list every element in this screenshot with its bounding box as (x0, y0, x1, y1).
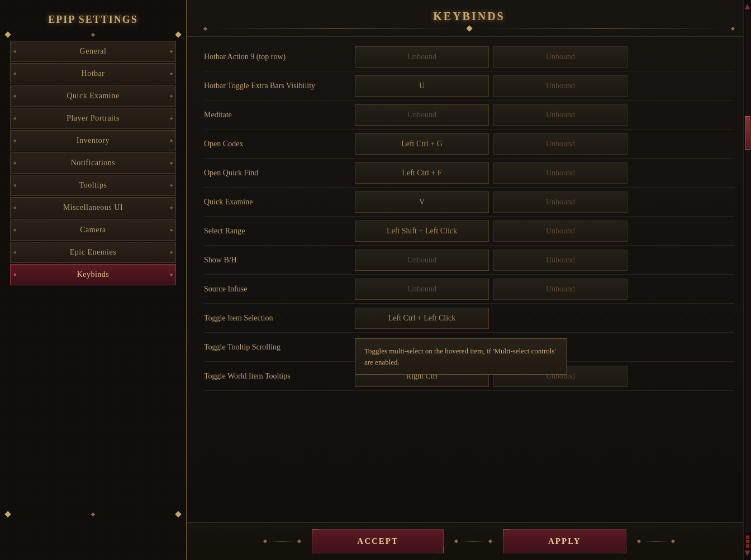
diamond-left (4, 31, 11, 37)
keybind-primary-11[interactable]: Right Ctrl (355, 366, 489, 387)
sidebar-item-inventory[interactable]: Inventory (10, 130, 176, 151)
footer-diamond-r2 (671, 539, 675, 543)
diamond-bc (91, 512, 95, 516)
version-info: Epip v1069 @ 28/1/2024 12:39 UTC+1 (47, 518, 139, 554)
keybind-label-10: Toggle Tooltip Scrolling (204, 343, 355, 352)
keybinds-content: Hotbar Action 9 (top row)UnboundUnboundH… (187, 37, 751, 522)
sidebar-item-general[interactable]: General (10, 41, 176, 62)
keybind-label-7: Show B/H (204, 256, 355, 265)
keybind-row-2: MeditateUnboundUnbound (204, 100, 734, 130)
sidebar-item-keybinds[interactable]: Keybinds (10, 264, 176, 285)
keybind-primary-0[interactable]: Unbound (355, 46, 489, 68)
keybind-primary-1[interactable]: U (355, 75, 489, 97)
sidebar-nav: GeneralHotbarQuick ExaminePlayer Portrai… (0, 38, 186, 511)
sidebar-item-player-portraits[interactable]: Player Portraits (10, 108, 176, 129)
keybind-row-4: Open Quick FindLeft Ctrl + FUnbound (204, 159, 734, 188)
keybind-primary-7[interactable]: Unbound (355, 250, 489, 271)
keybind-row-9: Toggle Item SelectionLeft Ctrl + Left Cl… (204, 304, 734, 333)
scroll-up-arrow[interactable] (745, 4, 750, 9)
scroll-track[interactable] (745, 12, 750, 532)
footer-line-l (271, 541, 293, 542)
keybind-secondary-5[interactable]: Unbound (493, 192, 628, 213)
keybind-row-5: Quick ExamineVUnbound (204, 188, 734, 217)
keybind-label-0: Hotbar Action 9 (top row) (204, 52, 355, 61)
scroll-down-arrow[interactable] (745, 551, 750, 556)
h-line-left (211, 28, 463, 29)
keybind-secondary-11[interactable]: Unbound (493, 366, 628, 387)
header-ornament (204, 26, 734, 31)
keybind-label-8: Source Infuse (204, 285, 355, 294)
panel-header: KEYBINDS (187, 0, 751, 37)
keybind-row-8: Source InfuseUnboundUnbound (204, 275, 734, 304)
sidebar-item-tooltips[interactable]: Tooltips (10, 175, 176, 196)
scroll-dots (746, 535, 749, 548)
keybind-label-4: Open Quick Find (204, 169, 355, 178)
h-diamond-center (466, 25, 472, 31)
diamond-center (91, 32, 95, 36)
footer-diamond-l2 (297, 539, 301, 543)
h-line-right (476, 28, 728, 29)
sidebar-title: EPIP SETTINGS (11, 14, 175, 26)
sidebar-item-notifications[interactable]: Notifications (10, 152, 176, 174)
scrollbar[interactable] (743, 0, 751, 560)
panel-footer: ACCEPT APPLY (187, 522, 751, 560)
keybind-primary-5[interactable]: V (355, 192, 489, 213)
sidebar-ornament-top (0, 31, 186, 38)
keybind-secondary-6[interactable]: Unbound (493, 221, 628, 242)
keybind-row-10: Toggle Tooltip ScrollingToggles multi-se… (204, 333, 734, 362)
keybind-label-9: Toggle Item Selection (204, 314, 355, 323)
sidebar-item-quick-examine[interactable]: Quick Examine (10, 85, 176, 107)
keybind-primary-8[interactable]: Unbound (355, 279, 489, 300)
keybind-secondary-0[interactable]: Unbound (493, 46, 628, 68)
panel-title: KEYBINDS (204, 10, 734, 23)
sidebar-ornament-bottom (0, 511, 186, 518)
keybind-row-3: Open CodexLeft Ctrl + GUnbound (204, 130, 734, 159)
keybind-primary-3[interactable]: Left Ctrl + G (355, 133, 489, 155)
keybind-primary-2[interactable]: Unbound (355, 104, 489, 126)
keybind-row-0: Hotbar Action 9 (top row)UnboundUnbound (204, 42, 734, 71)
keybind-secondary-3[interactable]: Unbound (493, 133, 628, 155)
keybind-secondary-8[interactable]: Unbound (493, 279, 628, 300)
footer-line-m (462, 541, 484, 542)
apply-button[interactable]: APPLY (503, 529, 626, 553)
sidebar-item-miscellaneous-ui[interactable]: Miscellaneous UI (10, 197, 176, 218)
keybind-row-7: Show B/HUnboundUnbound (204, 246, 734, 275)
ornament-line-left (13, 35, 89, 35)
keybind-secondary-1[interactable]: Unbound (493, 75, 628, 97)
keybind-row-6: Select RangeLeft Shift + Left ClickUnbou… (204, 217, 734, 246)
keybind-secondary-7[interactable]: Unbound (493, 250, 628, 271)
keybind-primary-9[interactable]: Left Ctrl + Left Click (355, 308, 489, 329)
keybind-secondary-2[interactable]: Unbound (493, 104, 628, 126)
sidebar: EPIP SETTINGS GeneralHotbarQuick Examine… (0, 0, 187, 560)
footer-line-r (645, 541, 667, 542)
sidebar-item-hotbar[interactable]: Hotbar (10, 63, 176, 84)
main-panel: KEYBINDS Hotbar Action 9 (top row)Unboun… (187, 0, 751, 560)
keybind-primary-4[interactable]: Left Ctrl + F (355, 162, 489, 184)
version-line1: Epip v1069 (56, 526, 130, 536)
h-diamond-right (731, 26, 735, 30)
footer-diamond-m1 (454, 539, 458, 543)
keybind-label-11: Toggle World Item Tooltips (204, 372, 355, 381)
keybind-label-2: Meditate (204, 111, 355, 119)
keybind-label-1: Hotbar Toggle Extra Bars Visibility (204, 82, 355, 90)
dot-2 (746, 540, 749, 543)
footer-diamond-m2 (488, 539, 492, 543)
keybind-row-11: Toggle World Item TooltipsRight CtrlUnbo… (204, 362, 734, 391)
diamond-bl (4, 511, 11, 517)
ornament-line-right (97, 35, 173, 35)
h-diamond-left (203, 26, 207, 30)
keybind-row-1: Hotbar Toggle Extra Bars VisibilityUUnbo… (204, 71, 734, 100)
sidebar-item-camera[interactable]: Camera (10, 219, 176, 241)
keybind-label-6: Select Range (204, 227, 355, 236)
accept-button[interactable]: ACCEPT (312, 529, 444, 553)
keybind-primary-6[interactable]: Left Shift + Left Click (355, 221, 489, 242)
footer-diamond-r1 (637, 539, 641, 543)
keybind-label-3: Open Codex (204, 140, 355, 149)
keybind-secondary-4[interactable]: Unbound (493, 162, 628, 184)
sidebar-header: EPIP SETTINGS (0, 6, 186, 31)
version-line2: @ 28/1/2024 12:39 UTC+1 (56, 536, 130, 546)
sidebar-item-epic-enemies[interactable]: Epic Enemies (10, 242, 176, 263)
diamond-right (175, 31, 181, 37)
diamond-br (175, 511, 181, 517)
scroll-thumb[interactable] (745, 116, 750, 150)
